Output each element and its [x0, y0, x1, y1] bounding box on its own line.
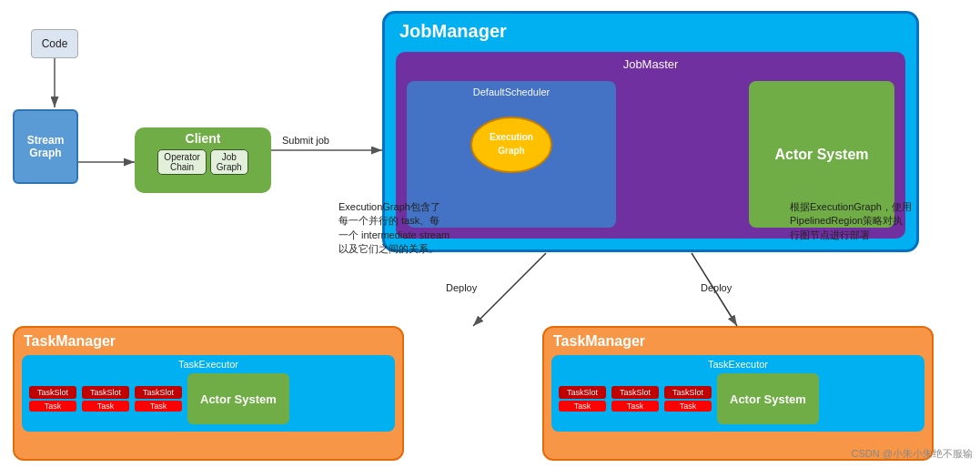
jobmaster-title: JobMaster	[623, 57, 679, 71]
taskexecutor-right: TaskExecutor TaskSlot Task TaskSlot Task…	[551, 355, 924, 432]
task-4: Task	[559, 401, 606, 412]
execution-graph-wrapper: Execution Graph	[470, 116, 552, 177]
client-label: Client	[186, 131, 221, 146]
jobmanager-title: JobManager	[399, 21, 507, 42]
actor-system-tm-left-label: Actor System	[200, 392, 277, 406]
actor-system-tm-left: Actor System	[187, 373, 289, 424]
deploy-label-center: Deploy	[446, 282, 477, 293]
right-annotation: 根据ExecutionGraph，使用PipelinedRegion策略对执行图…	[790, 200, 972, 242]
taskexecutor-right-row: TaskSlot Task TaskSlot Task TaskSlot Tas…	[559, 373, 917, 424]
task-5: Task	[611, 401, 659, 412]
execution-graph-annotation: ExecutionGraph包含了每一个并行的 task、每一个 interme…	[338, 200, 520, 257]
taskslot-6: TaskSlot	[664, 386, 712, 399]
taskexecutor-left: TaskExecutor TaskSlot Task TaskSlot Task…	[22, 355, 395, 432]
task-6: Task	[664, 401, 712, 412]
task-3: Task	[135, 401, 182, 412]
defaultscheduler-title: DefaultScheduler	[473, 86, 550, 97]
actor-system-tm-right-label: Actor System	[730, 392, 806, 406]
taskslot-group-2: TaskSlot Task	[82, 386, 129, 412]
stream-graph-label: StreamGraph	[27, 134, 65, 159]
svg-line-6	[473, 253, 546, 326]
operator-chain-box: OperatorChain	[157, 149, 206, 175]
svg-point-0	[471, 117, 551, 172]
code-label: Code	[42, 37, 68, 50]
watermark: CSDN @小朱小朱绝不服输	[852, 447, 973, 461]
taskslot-3: TaskSlot	[135, 386, 182, 399]
stream-graph-box: StreamGraph	[13, 109, 78, 184]
execution-graph-svg: Execution Graph	[470, 116, 552, 174]
taskmanager-right: TaskManager TaskExecutor TaskSlot Task T…	[542, 326, 934, 461]
taskslot-4: TaskSlot	[559, 386, 606, 399]
taskslot-5: TaskSlot	[611, 386, 659, 399]
job-graph-box: JobGraph	[210, 149, 248, 175]
submit-job-label: Submit job	[282, 135, 329, 146]
task-2: Task	[82, 401, 129, 412]
taskexecutor-left-title: TaskExecutor	[29, 359, 388, 370]
taskexecutor-right-title: TaskExecutor	[559, 359, 917, 370]
taskslot-group-6: TaskSlot Task	[664, 386, 712, 412]
actor-system-jobmaster-label: Actor System	[774, 147, 868, 163]
taskslot-group-5: TaskSlot Task	[611, 386, 659, 412]
taskslot-1: TaskSlot	[29, 386, 76, 399]
taskslot-group-4: TaskSlot Task	[559, 386, 606, 412]
deploy-label-right: Deploy	[701, 282, 732, 293]
diagram-container: Code StreamGraph Client OperatorChain Jo…	[0, 0, 980, 468]
taskslot-group-3: TaskSlot Task	[135, 386, 182, 412]
svg-text:Graph: Graph	[498, 146, 524, 156]
taskslot-group-1: TaskSlot Task	[29, 386, 76, 412]
taskmanager-right-title: TaskManager	[544, 328, 932, 351]
code-box: Code	[31, 29, 78, 58]
client-box: Client OperatorChain JobGraph	[135, 127, 271, 193]
taskmanager-left-title: TaskManager	[15, 328, 402, 351]
svg-text:Execution: Execution	[490, 132, 533, 142]
task-1: Task	[29, 401, 76, 412]
client-inner-row: OperatorChain JobGraph	[157, 149, 248, 175]
taskmanager-left: TaskManager TaskExecutor TaskSlot Task T…	[13, 326, 404, 461]
actor-system-tm-right: Actor System	[717, 373, 819, 424]
taskslot-2: TaskSlot	[82, 386, 129, 399]
taskexecutor-left-row: TaskSlot Task TaskSlot Task TaskSlot Tas…	[29, 373, 388, 424]
